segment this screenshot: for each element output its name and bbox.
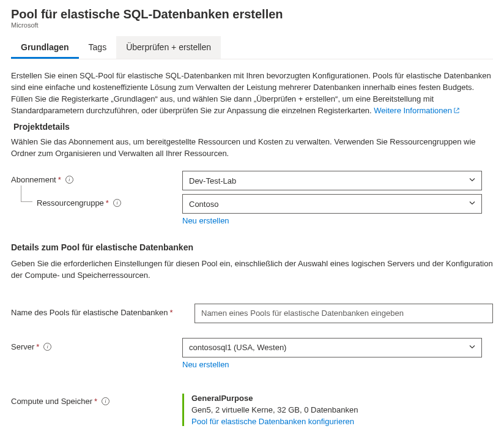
page-title: Pool für elastische SQL-Datenbanken erst… (11, 7, 493, 21)
pool-details-desc: Geben Sie die erforderlichen Einstellung… (11, 258, 493, 282)
vendor-label: Microsoft (11, 21, 493, 29)
compute-tier: GeneralPurpose (191, 394, 482, 403)
info-icon[interactable]: i (113, 199, 121, 207)
tab-basics[interactable]: Grundlagen (11, 36, 79, 59)
tab-tags[interactable]: Tags (79, 36, 117, 59)
info-icon[interactable]: i (43, 343, 51, 351)
subscription-select[interactable]: Dev-Test-Lab (182, 171, 482, 190)
project-details-desc: Wählen Sie das Abonnement aus, um bereit… (11, 137, 493, 160)
required-icon: * (94, 397, 97, 406)
required-icon: * (36, 342, 39, 351)
pool-name-label: Name des Pools für elastische Datenbanke… (11, 304, 195, 317)
subscription-label: Abonnement * i (11, 171, 182, 184)
compute-summary: GeneralPurpose Gen5, 2 virtuelle Kerne, … (182, 394, 482, 426)
server-label: Server * i (11, 338, 182, 351)
tab-bar: Grundlagen Tags Überprüfen + erstellen (11, 36, 493, 59)
resource-group-select[interactable]: Contoso (182, 194, 482, 214)
required-icon: * (58, 175, 61, 184)
pool-details-heading: Details zum Pool für elastische Datenban… (11, 242, 493, 252)
learn-more-link[interactable]: Weitere Informationen (374, 106, 460, 115)
required-icon: * (106, 198, 109, 208)
required-icon: * (170, 308, 173, 317)
tab-review-create[interactable]: Überprüfen + erstellen (116, 36, 221, 59)
create-new-rg-link[interactable]: Neu erstellen (182, 216, 229, 225)
project-details-heading: Projektdetails (13, 122, 493, 132)
compute-detail: Gen5, 2 virtuelle Kerne, 32 GB, 0 Datenb… (191, 405, 482, 414)
pool-name-input[interactable] (195, 304, 493, 323)
intro-text: Erstellen Sie einen SQL-Pool für elastis… (11, 70, 493, 117)
resource-group-label: Ressourcengruppe * i (11, 194, 182, 208)
create-new-server-link[interactable]: Neu erstellen (182, 360, 229, 369)
info-icon[interactable]: i (65, 176, 73, 184)
configure-pool-link[interactable]: Pool für elastische Datenbanken konfigur… (191, 417, 482, 426)
info-icon[interactable]: i (102, 397, 109, 405)
server-select[interactable]: contososql1 (USA, Westen) (182, 338, 482, 357)
external-link-icon (453, 106, 460, 118)
compute-storage-label: Compute und Speicher* i (11, 392, 182, 406)
